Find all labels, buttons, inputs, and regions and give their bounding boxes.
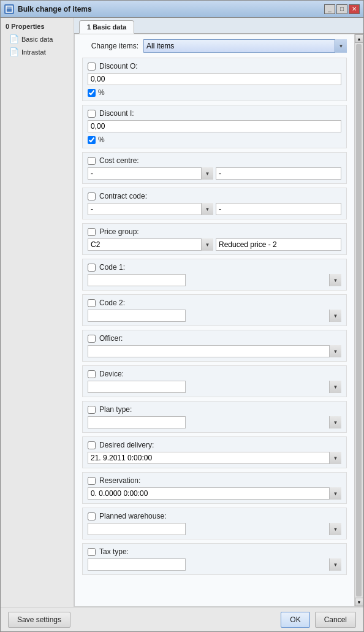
code-2-section: Code 2: ▼ — [82, 294, 347, 326]
plan-type-arrow: ▼ — [329, 416, 341, 428]
device-label: Device: — [99, 370, 124, 378]
planned-warehouse-select[interactable] — [88, 523, 186, 535]
device-select[interactable] — [88, 381, 186, 393]
window-body: 0 Properties 📄 Basic data 📄 Intrastat 1 … — [1, 18, 363, 607]
code-1-section: Code 1: ▼ — [82, 259, 347, 291]
planned-warehouse-label-row: Planned warehouse: — [88, 512, 341, 520]
contract-code-checkbox[interactable] — [88, 192, 96, 200]
tax-type-section: Tax type: ▼ — [82, 543, 347, 575]
discount-o-percent-checkbox[interactable] — [88, 89, 96, 97]
scroll-container[interactable]: Change items: All items Selected items ▼ — [75, 34, 354, 606]
scroll-up-button[interactable]: ▲ — [355, 34, 363, 43]
cost-centre-dash-field: - — [216, 167, 341, 180]
tax-type-label: Tax type: — [99, 547, 129, 556]
planned-warehouse-select-wrapper: ▼ — [88, 523, 341, 535]
window-icon — [4, 4, 14, 14]
scroll-thumb[interactable] — [356, 44, 362, 596]
discount-o-label: Discount O: — [99, 62, 138, 70]
discount-o-input[interactable] — [88, 73, 341, 85]
discount-i-input[interactable] — [88, 120, 341, 132]
officer-select-wrapper: ▼ — [88, 345, 341, 357]
maximize-button[interactable]: □ — [336, 4, 347, 14]
tab-basic-data[interactable]: 1 Basic data — [79, 20, 134, 34]
code-2-select-wrapper: ▼ — [88, 310, 341, 322]
plan-type-label: Plan type: — [99, 405, 132, 414]
cost-centre-dash-text: - — [219, 169, 221, 178]
plan-type-checkbox[interactable] — [88, 406, 96, 414]
plan-type-section: Plan type: ▼ — [82, 401, 347, 433]
plan-type-select-wrapper: ▼ — [88, 416, 341, 428]
device-section: Device: ▼ — [82, 365, 347, 397]
discount-o-checkbox[interactable] — [88, 63, 96, 70]
price-group-checkbox[interactable] — [88, 228, 96, 236]
code-2-arrow: ▼ — [329, 310, 341, 322]
code-1-select[interactable] — [88, 274, 186, 286]
discount-i-checkbox[interactable] — [88, 110, 96, 118]
reservation-section: Reservation: 0. 0.0000 0:00:00 ▼ — [82, 472, 347, 504]
officer-select[interactable] — [88, 345, 341, 357]
contract-code-select1[interactable]: - — [88, 203, 213, 215]
officer-checkbox[interactable] — [88, 335, 96, 343]
desired-delivery-checkbox[interactable] — [88, 441, 96, 449]
desired-delivery-label: Desired delivery: — [99, 441, 154, 449]
cancel-button[interactable]: Cancel — [315, 612, 356, 628]
officer-section: Officer: ▼ — [82, 330, 347, 362]
sidebar-item-label-intrastat: Intrastat — [21, 48, 46, 56]
change-items-select[interactable]: All items Selected items — [143, 39, 347, 53]
desired-delivery-label-row: Desired delivery: — [88, 441, 341, 449]
tax-type-select[interactable] — [88, 558, 186, 571]
code-1-select-wrapper: ▼ — [88, 274, 341, 286]
window-title: Bulk change of items — [18, 5, 92, 13]
sidebar-item-label-basic-data: Basic data — [21, 36, 53, 43]
desired-delivery-select-wrapper: 21. 9.2011 0:00:00 ▼ — [88, 452, 341, 464]
close-button[interactable]: ✕ — [349, 4, 360, 14]
reservation-checkbox[interactable] — [88, 477, 96, 485]
discount-i-label: Discount I: — [99, 109, 134, 118]
desired-delivery-select[interactable]: 21. 9.2011 0:00:00 — [88, 452, 341, 464]
tax-type-checkbox[interactable] — [88, 548, 96, 556]
device-checkbox[interactable] — [88, 370, 96, 378]
left-panel-header: 0 Properties — [1, 20, 74, 32]
desired-delivery-section: Desired delivery: 21. 9.2011 0:00:00 ▼ — [82, 436, 347, 468]
reservation-select[interactable]: 0. 0.0000 0:00:00 — [88, 487, 341, 500]
scroll-down-button[interactable]: ▼ — [355, 598, 363, 606]
title-buttons: _ □ ✕ — [324, 4, 360, 14]
scrollbar[interactable]: ▲ ▼ — [354, 34, 363, 606]
plan-type-select[interactable] — [88, 416, 186, 428]
save-settings-button[interactable]: Save settings — [8, 612, 70, 628]
discount-i-section: Discount I: % — [82, 105, 347, 148]
discount-i-percent-checkbox[interactable] — [88, 136, 96, 144]
code-1-arrow: ▼ — [329, 274, 341, 286]
change-items-label: Change items: — [82, 42, 143, 50]
cost-centre-select1-wrapper: - ▼ — [88, 167, 213, 180]
planned-warehouse-arrow: ▼ — [329, 523, 341, 535]
plan-type-label-row: Plan type: — [88, 405, 341, 414]
discount-o-percent-row: % — [88, 88, 341, 97]
tax-type-label-row: Tax type: — [88, 547, 341, 556]
title-bar-left: Bulk change of items — [4, 4, 92, 14]
officer-label-row: Officer: — [88, 334, 341, 343]
price-group-select[interactable]: C2 — [88, 238, 213, 251]
minimize-button[interactable]: _ — [324, 4, 335, 14]
sidebar-item-basic-data[interactable]: 📄 Basic data — [1, 32, 74, 45]
right-panel: 1 Basic data Change items: All items S — [74, 18, 363, 607]
footer-bar: Save settings OK Cancel — [1, 607, 363, 631]
price-group-text-field: Reduced price - 2 — [216, 238, 341, 251]
discount-o-section: Discount O: % — [82, 58, 347, 101]
contract-code-dash-field: - — [216, 203, 341, 215]
change-items-select-wrapper: All items Selected items ▼ — [143, 39, 347, 53]
sidebar-item-intrastat[interactable]: 📄 Intrastat — [1, 45, 74, 58]
code-2-select[interactable] — [88, 310, 186, 322]
device-select-wrapper: ▼ — [88, 381, 341, 393]
code-1-label-row: Code 1: — [88, 263, 341, 272]
code-1-checkbox[interactable] — [88, 264, 96, 272]
planned-warehouse-section: Planned warehouse: ▼ — [82, 508, 347, 539]
planned-warehouse-checkbox[interactable] — [88, 512, 96, 520]
cost-centre-inputs: - ▼ - — [88, 167, 341, 180]
cost-centre-checkbox[interactable] — [88, 157, 96, 165]
code-2-checkbox[interactable] — [88, 299, 96, 307]
intrastat-icon: 📄 — [9, 47, 19, 56]
ok-button[interactable]: OK — [281, 612, 309, 628]
cost-centre-select1[interactable]: - — [88, 167, 213, 180]
code-2-label: Code 2: — [99, 299, 125, 307]
